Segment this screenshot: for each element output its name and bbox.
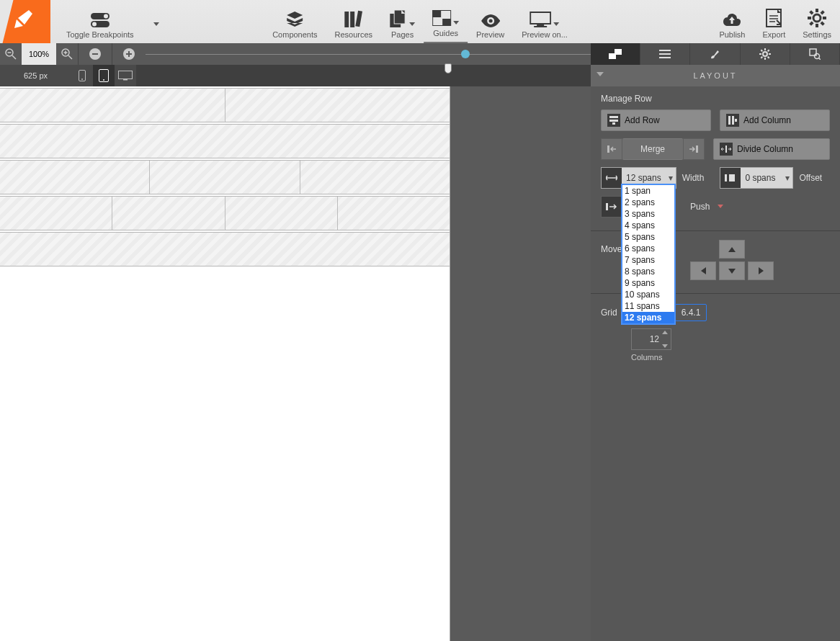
caret-down-icon [409, 22, 415, 26]
move-up-button[interactable] [719, 240, 745, 259]
inspect-icon [809, 48, 821, 60]
push-icon [602, 197, 622, 217]
grid-row[interactable] [0, 160, 450, 194]
move-down-button[interactable] [719, 261, 745, 280]
grid-row[interactable] [0, 88, 450, 122]
toggle-breakpoints-button[interactable]: Toggle Breakpoints [58, 13, 143, 43]
merge-left-button[interactable] [601, 138, 622, 160]
move-arrows [656, 237, 840, 287]
merge-left-icon [607, 145, 616, 153]
grid-cell[interactable] [0, 89, 225, 122]
zoom-in-button[interactable] [112, 43, 146, 65]
tab-inspect[interactable] [790, 43, 840, 65]
span-option[interactable]: 2 spans [622, 197, 674, 208]
layout-panel-header[interactable]: LAYOUT [591, 65, 840, 86]
span-option[interactable]: 9 spans [622, 277, 674, 289]
merge-label: Merge [640, 144, 665, 154]
grid-cell[interactable] [0, 197, 112, 230]
span-option[interactable]: 11 spans [622, 300, 674, 312]
settings-button[interactable]: Settings [794, 9, 840, 43]
resources-label: Resources [335, 30, 373, 39]
move-right-button[interactable] [748, 261, 774, 280]
caret-down-icon [153, 22, 159, 26]
device-tablet-button[interactable] [93, 65, 115, 86]
grid-cell[interactable] [0, 161, 150, 194]
grid-cell[interactable] [225, 197, 338, 230]
span-option[interactable]: 6 spans [622, 243, 674, 254]
span-option[interactable]: 8 spans [622, 266, 674, 277]
move-left-button[interactable] [690, 261, 716, 280]
span-option[interactable]: 3 spans [622, 208, 674, 220]
span-option[interactable]: 7 spans [622, 254, 674, 266]
zoom-out-button[interactable] [79, 43, 112, 65]
grid-cell[interactable] [0, 125, 450, 158]
grid-cell[interactable] [225, 89, 450, 122]
push-combo[interactable] [601, 196, 622, 218]
divide-column-button[interactable]: Divide Column [713, 138, 830, 160]
merge-button[interactable]: Merge [622, 138, 683, 160]
grid-cell[interactable] [0, 233, 450, 266]
resources-button[interactable]: Resources [326, 10, 382, 43]
svg-rect-11 [442, 19, 451, 26]
svg-point-53 [814, 54, 819, 59]
add-column-button[interactable]: Add Column [720, 109, 830, 131]
width-spans-dropdown[interactable]: 1 span2 spans3 spans4 spans5 spans6 span… [621, 184, 676, 325]
width-icon [602, 168, 622, 188]
preview-button[interactable]: Preview [468, 14, 513, 43]
svg-rect-16 [535, 26, 548, 27]
canvas-width-handle[interactable] [444, 63, 453, 76]
settings-label: Settings [803, 30, 831, 39]
grid-cell[interactable] [112, 197, 225, 230]
svg-rect-4 [344, 12, 349, 27]
pages-button[interactable]: Pages [381, 10, 424, 43]
zoom-in-fine-button[interactable] [56, 43, 78, 65]
add-row-button[interactable]: Add Row [601, 109, 711, 131]
chevron-down-icon [597, 72, 604, 76]
plus-circle-icon [122, 48, 135, 60]
push-label: Push [690, 202, 710, 212]
span-option[interactable]: 1 span [622, 185, 674, 197]
svg-point-1 [104, 14, 108, 19]
guides-button[interactable]: Guides [424, 10, 468, 43]
preview-on-button[interactable]: Preview on... [513, 12, 576, 43]
tab-list[interactable] [640, 43, 690, 65]
span-option[interactable]: 5 spans [622, 231, 674, 243]
add-column-icon [726, 114, 739, 127]
svg-rect-61 [607, 145, 609, 153]
device-desktop-button[interactable] [115, 65, 136, 86]
app-logo[interactable] [0, 0, 50, 43]
components-button[interactable]: Components [264, 12, 326, 43]
grid-row[interactable] [0, 196, 450, 230]
grid-cell[interactable] [338, 197, 450, 230]
grid-row[interactable] [0, 232, 450, 266]
stepper-up[interactable] [662, 331, 668, 334]
span-option[interactable]: 12 spans [622, 312, 674, 323]
width-label: Width [682, 173, 705, 183]
zoom-out-fine-button[interactable] [0, 43, 22, 65]
grid-cell[interactable] [300, 161, 450, 194]
svg-rect-60 [735, 119, 737, 122]
toggle-icon [91, 13, 110, 27]
stepper-down[interactable] [662, 344, 668, 348]
grid-version-badge[interactable]: 6.4.1 [675, 304, 707, 321]
zoom-value[interactable]: 100% [22, 43, 56, 65]
span-option[interactable]: 4 spans [622, 220, 674, 231]
sidebar-tabs [591, 43, 840, 65]
breakpoint-marker[interactable] [461, 50, 470, 58]
tab-settings[interactable] [741, 43, 790, 65]
grid-row[interactable] [0, 124, 450, 158]
grid-cell[interactable] [150, 161, 300, 194]
tab-layout[interactable] [591, 43, 640, 65]
svg-line-31 [68, 55, 72, 59]
merge-right-button[interactable] [683, 138, 705, 160]
toolbar-dropdown-caret[interactable] [143, 22, 168, 43]
tab-style[interactable] [690, 43, 740, 65]
svg-rect-22 [823, 17, 826, 19]
export-button[interactable]: Export [754, 9, 794, 43]
offset-spans-combo[interactable]: 0 spans ▾ [720, 167, 793, 189]
span-option[interactable]: 10 spans [622, 289, 674, 300]
device-phone-button[interactable] [71, 65, 93, 86]
canvas[interactable] [0, 86, 450, 641]
columns-input[interactable]: 12 [631, 328, 671, 350]
publish-button[interactable]: Publish [710, 12, 754, 43]
